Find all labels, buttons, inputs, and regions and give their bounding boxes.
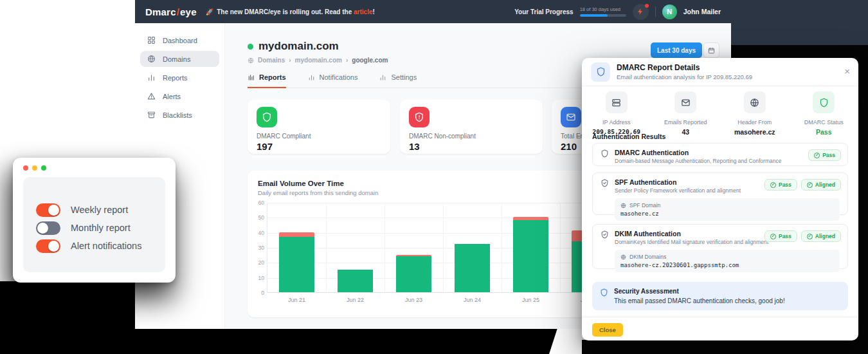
status-badge: ✓Pass bbox=[808, 149, 841, 161]
sidebar-item-reports[interactable]: Reports bbox=[140, 70, 219, 86]
artifact-right-navy bbox=[731, 0, 868, 48]
spf-domain-panel: SPF Domain masohere.cz bbox=[615, 198, 840, 221]
status-badge: ✓Aligned bbox=[801, 179, 841, 191]
badge-group: ✓Pass ✓Aligned bbox=[764, 179, 841, 191]
page-title: mydomain.com bbox=[248, 40, 339, 53]
status-badge: ✓Pass bbox=[764, 179, 797, 191]
dmarc-report-details-modal: DMARC Report Details Email authenticatio… bbox=[582, 58, 858, 340]
shield-icon bbox=[601, 149, 609, 160]
mail-icon bbox=[561, 107, 581, 127]
stat-card-noncompliant: DMARC Non-compliant 13 bbox=[400, 100, 543, 154]
modal-footer-divider bbox=[582, 317, 858, 317]
check-icon: ✓ bbox=[807, 234, 813, 239]
breadcrumb-separator: › bbox=[289, 57, 291, 64]
sidebar-item-dashboard[interactable]: Dashboard bbox=[140, 32, 219, 48]
tab-settings[interactable]: Settings bbox=[379, 73, 417, 88]
trial-progress-label: Your Trial Progress bbox=[514, 8, 574, 15]
chart-bar-compliant bbox=[279, 237, 314, 292]
bar-chart-icon bbox=[147, 73, 156, 82]
navbar-divider bbox=[655, 6, 656, 17]
breadcrumb-domains[interactable]: Domains bbox=[258, 57, 285, 64]
panel-value: masohere-cz.20230601.gappssmtp.com bbox=[620, 262, 834, 268]
y-tick-label: 10 bbox=[248, 275, 264, 281]
announcement-article-link[interactable]: article bbox=[354, 8, 372, 15]
archive-icon bbox=[147, 111, 156, 119]
weekly-report-toggle[interactable] bbox=[36, 203, 60, 217]
tab-label: Notifications bbox=[320, 73, 358, 81]
modal-header-text: DMARC Report Details Email authenticatio… bbox=[617, 63, 752, 80]
globe-icon bbox=[620, 254, 626, 260]
shield-check-icon bbox=[601, 230, 609, 263]
globe-icon bbox=[248, 57, 254, 64]
modal-stat-label: DMARC Status bbox=[804, 119, 844, 126]
window-close-dot bbox=[23, 165, 28, 171]
globe-icon bbox=[620, 203, 626, 209]
status-badge: ✓Aligned bbox=[801, 230, 841, 242]
breadcrumb-separator: › bbox=[346, 57, 348, 64]
tab-reports[interactable]: Reports bbox=[248, 73, 286, 88]
modal-subtitle: Email authentication analysis for IP 209… bbox=[617, 73, 752, 80]
alert-notifications-toggle[interactable] bbox=[36, 239, 60, 253]
auth-card-body: DMARC Authentication Domain-based Messag… bbox=[615, 149, 840, 160]
modal-header: DMARC Report Details Email authenticatio… bbox=[582, 58, 858, 86]
sidebar-item-alerts[interactable]: Alerts bbox=[140, 88, 219, 104]
breadcrumb-mydomain[interactable]: mydomain.com bbox=[295, 57, 342, 64]
gridline bbox=[502, 203, 502, 292]
panel-label: DKIM Domains bbox=[620, 254, 834, 260]
bar-chart-icon bbox=[308, 74, 315, 81]
close-icon[interactable]: × bbox=[844, 66, 850, 76]
notifications-button[interactable] bbox=[633, 4, 649, 20]
modal-stat-dmarc-status: DMARC Status Pass bbox=[790, 91, 859, 136]
date-range-button[interactable]: Last 30 days bbox=[651, 42, 702, 58]
x-tick-label: Jun 24 bbox=[443, 297, 502, 303]
domain-title-text: mydomain.com bbox=[258, 40, 339, 53]
y-tick-label: 0 bbox=[248, 290, 264, 296]
monthly-report-toggle[interactable] bbox=[36, 221, 60, 235]
brand-right: eye bbox=[180, 6, 197, 17]
tab-label: Reports bbox=[259, 73, 286, 81]
avatar[interactable]: N bbox=[662, 5, 677, 19]
spf-auth-card: SPF Authentication Sender Policy Framewo… bbox=[592, 172, 848, 215]
window-zoom-dot bbox=[41, 165, 46, 171]
dkim-auth-card: DKIM Authentication DomainKeys Identifie… bbox=[592, 224, 848, 269]
tab-notifications[interactable]: Notifications bbox=[308, 73, 358, 88]
chart-bar-noncompliant bbox=[279, 232, 314, 237]
toggle-label: Monthly report bbox=[71, 223, 131, 233]
brand-logo[interactable]: Dmarc/eye bbox=[145, 6, 197, 17]
modal-title: DMARC Report Details bbox=[617, 63, 752, 72]
close-button[interactable]: Close bbox=[592, 323, 623, 337]
trial-usage-text: 18 of 30 days used bbox=[580, 6, 626, 12]
modal-stat-value: masohere.cz bbox=[734, 128, 775, 136]
check-icon: ✓ bbox=[814, 153, 820, 158]
shield-icon bbox=[600, 288, 608, 304]
bar-chart-icon bbox=[379, 74, 386, 81]
sidebar-item-domains[interactable]: Domains bbox=[140, 51, 219, 67]
sidebar-item-label: Domains bbox=[163, 55, 190, 63]
chart-bar-noncompliant bbox=[396, 255, 431, 256]
trial-progress-meter: 18 of 30 days used bbox=[580, 6, 626, 17]
status-badge: ✓Pass bbox=[764, 230, 797, 242]
assessment-title: Security Assessment bbox=[614, 288, 785, 295]
window-traffic-lights bbox=[23, 165, 46, 171]
chart-bar-compliant bbox=[455, 244, 490, 292]
badge-group: ✓Pass ✓Aligned bbox=[764, 230, 841, 242]
rocket-icon: 🚀 bbox=[206, 8, 213, 15]
modal-stat-emails: Emails Reported 43 bbox=[651, 91, 721, 136]
sidebar-item-label: Blacklists bbox=[163, 111, 192, 119]
grid-icon bbox=[147, 36, 156, 44]
sidebar-item-blacklists[interactable]: Blacklists bbox=[140, 107, 219, 123]
modal-stat-label: Emails Reported bbox=[664, 119, 707, 126]
toggle-label: Alert notifications bbox=[71, 241, 141, 251]
toggle-row-weekly: Weekly report bbox=[36, 201, 165, 219]
user-name[interactable]: John Mailer bbox=[683, 8, 721, 15]
assessment-body: Security Assessment This email passed DM… bbox=[614, 288, 785, 304]
toggle-label: Weekly report bbox=[71, 205, 128, 215]
calendar-button[interactable] bbox=[703, 42, 719, 58]
navbar-right-group: Your Trial Progress 18 of 30 days used N… bbox=[514, 4, 721, 20]
assessment-text: This email passed DMARC authentication c… bbox=[614, 297, 785, 304]
gridline bbox=[326, 203, 327, 292]
shield-icon bbox=[591, 62, 610, 82]
shield-alert-icon bbox=[409, 107, 429, 127]
chart-bar-compliant bbox=[338, 270, 373, 292]
artifact-bottom-mid bbox=[223, 328, 557, 354]
